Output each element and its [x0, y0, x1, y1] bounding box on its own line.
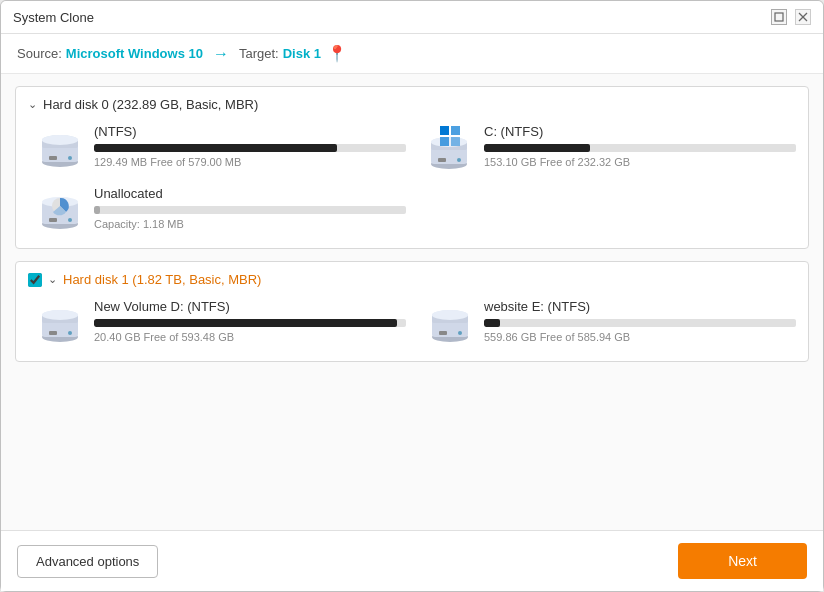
svg-point-7 — [42, 135, 78, 145]
partition-free-0: 129.49 MB Free of 579.00 MB — [94, 156, 406, 168]
hdd-d-svg — [37, 301, 83, 345]
progress-bg-2 — [94, 206, 406, 214]
footer: Advanced options Next — [1, 530, 823, 591]
disk1-partition-info-1: website E: (NTFS) 559.86 GB Free of 585.… — [484, 299, 796, 343]
disk1-partition-info-0: New Volume D: (NTFS) 20.40 GB Free of 59… — [94, 299, 406, 343]
window-controls — [771, 9, 811, 25]
partition-icon-1 — [426, 124, 474, 172]
disk1-progress-fill-0 — [94, 319, 397, 327]
next-button[interactable]: Next — [678, 543, 807, 579]
svg-rect-25 — [49, 218, 57, 222]
close-button[interactable] — [795, 9, 811, 25]
disk0-header: ⌄ Hard disk 0 (232.89 GB, Basic, MBR) — [28, 97, 796, 112]
progress-fill-1 — [484, 144, 590, 152]
svg-point-26 — [68, 218, 72, 222]
disk1-progress-bg-1 — [484, 319, 796, 327]
disk1-partition-0: New Volume D: (NTFS) 20.40 GB Free of 59… — [36, 299, 406, 347]
svg-rect-8 — [49, 156, 57, 160]
disk0-section: ⌄ Hard disk 0 (232.89 GB, Basic, MBR) — [15, 86, 809, 249]
disk1-partitions: New Volume D: (NTFS) 20.40 GB Free of 59… — [28, 299, 796, 347]
close-icon — [798, 12, 808, 22]
disk0-partition-2: Unallocated Capacity: 1.18 MB — [36, 186, 406, 234]
hdd-svg — [37, 126, 83, 170]
target-value: Disk 1 — [283, 46, 321, 61]
disk1-partition-free-0: 20.40 GB Free of 593.48 GB — [94, 331, 406, 343]
title-bar: System Clone — [1, 1, 823, 34]
disk0-partitions: (NTFS) 129.49 MB Free of 579.00 MB — [28, 124, 796, 234]
disk1-partition-name-1: website E: (NTFS) — [484, 299, 796, 314]
pin-icon: 📍 — [327, 44, 347, 63]
svg-rect-19 — [440, 137, 449, 146]
svg-rect-15 — [438, 158, 446, 162]
svg-point-16 — [457, 158, 461, 162]
disk1-partition-1: website E: (NTFS) 559.86 GB Free of 585.… — [426, 299, 796, 347]
svg-rect-0 — [775, 13, 783, 21]
target-label: Target: — [239, 46, 279, 61]
svg-point-40 — [458, 331, 462, 335]
disk1-title: Hard disk 1 (1.82 TB, Basic, MBR) — [63, 272, 261, 287]
arrow-icon: → — [213, 45, 229, 63]
disk0-chevron[interactable]: ⌄ — [28, 98, 37, 111]
disk1-progress-fill-1 — [484, 319, 500, 327]
content-area: ⌄ Hard disk 0 (232.89 GB, Basic, MBR) — [1, 74, 823, 530]
window-title: System Clone — [13, 10, 94, 25]
partition-name-1: C: (NTFS) — [484, 124, 796, 139]
svg-rect-18 — [451, 126, 460, 135]
disk1-header: ⌄ Hard disk 1 (1.82 TB, Basic, MBR) — [28, 272, 796, 287]
maximize-button[interactable] — [771, 9, 787, 25]
partition-free-1: 153.10 GB Free of 232.32 GB — [484, 156, 796, 168]
svg-point-38 — [432, 310, 468, 320]
disk0-partition-1: C: (NTFS) 153.10 GB Free of 232.32 GB — [426, 124, 796, 172]
disk1-checkbox[interactable] — [28, 273, 42, 287]
svg-rect-39 — [439, 331, 447, 335]
disk1-partition-name-0: New Volume D: (NTFS) — [94, 299, 406, 314]
svg-rect-17 — [440, 126, 449, 135]
partition-name-0: (NTFS) — [94, 124, 406, 139]
disk1-chevron[interactable]: ⌄ — [48, 273, 57, 286]
svg-point-33 — [68, 331, 72, 335]
source-value: Microsoft Windows 10 — [66, 46, 203, 61]
disk1-section: ⌄ Hard disk 1 (1.82 TB, Basic, MBR) — [15, 261, 809, 362]
partition-icon-0 — [36, 124, 84, 172]
partition-name-2: Unallocated — [94, 186, 406, 201]
disk0-title: Hard disk 0 (232.89 GB, Basic, MBR) — [43, 97, 258, 112]
partition-free-2: Capacity: 1.18 MB — [94, 218, 406, 230]
partition-info-1: C: (NTFS) 153.10 GB Free of 232.32 GB — [484, 124, 796, 168]
source-label: Source: — [17, 46, 62, 61]
svg-rect-32 — [49, 331, 57, 335]
main-window: System Clone Source: Microsoft Windows 1… — [0, 0, 824, 592]
advanced-options-button[interactable]: Advanced options — [17, 545, 158, 578]
hdd-e-svg — [427, 301, 473, 345]
unalloc-svg — [37, 188, 83, 232]
partition-info-0: (NTFS) 129.49 MB Free of 579.00 MB — [94, 124, 406, 168]
maximize-icon — [774, 12, 784, 22]
disk0-partition-0: (NTFS) 129.49 MB Free of 579.00 MB — [36, 124, 406, 172]
partition-icon-2 — [36, 186, 84, 234]
header-bar: Source: Microsoft Windows 10 → Target: D… — [1, 34, 823, 74]
progress-fill-0 — [94, 144, 337, 152]
windows-icon — [440, 126, 460, 146]
disk1-partition-free-1: 559.86 GB Free of 585.94 GB — [484, 331, 796, 343]
svg-point-9 — [68, 156, 72, 160]
partition-info-2: Unallocated Capacity: 1.18 MB — [94, 186, 406, 230]
progress-bg-1 — [484, 144, 796, 152]
svg-rect-20 — [451, 137, 460, 146]
disk1-partition-icon-0 — [36, 299, 84, 347]
svg-point-31 — [42, 310, 78, 320]
disk1-progress-bg-0 — [94, 319, 406, 327]
progress-fill-2 — [94, 206, 100, 214]
progress-bg-0 — [94, 144, 406, 152]
disk1-partition-icon-1 — [426, 299, 474, 347]
